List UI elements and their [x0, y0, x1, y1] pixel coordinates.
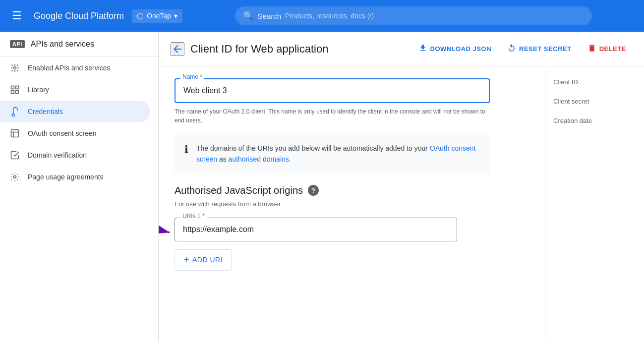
reset-secret-button[interactable]: RESET SECRET [501, 40, 578, 58]
search-placeholder: Products, resources, docs (/) [285, 12, 374, 20]
js-origins-subtitle: For use with requests from a browser [175, 200, 529, 208]
name-input[interactable] [175, 78, 490, 103]
right-panel: Client ID Client secret Creation date [545, 66, 644, 342]
js-origins-heading: Authorised JavaScript origins ? [175, 185, 529, 196]
main-area: Client ID for Web application DOWNLOAD J… [159, 32, 644, 342]
sidebar-item-page-usage[interactable]: Page usage agreements [0, 166, 150, 188]
download-json-button[interactable]: DOWNLOAD JSON [412, 40, 498, 58]
js-origins-help-icon[interactable]: ? [308, 185, 319, 196]
sidebar-item-credentials[interactable]: Credentials [0, 101, 150, 122]
info-text-middle: as [217, 155, 229, 163]
page-header: Client ID for Web application DOWNLOAD J… [159, 32, 644, 66]
uri-input[interactable] [175, 218, 457, 241]
client-id-label: Client ID [553, 78, 636, 86]
svg-rect-6 [11, 130, 19, 137]
project-name: OneTap [147, 12, 171, 20]
svg-rect-1 [11, 86, 14, 89]
delete-button[interactable]: DELETE [582, 40, 632, 58]
sidebar-item-label: Page usage agreements [28, 173, 104, 181]
svg-point-9 [14, 176, 16, 178]
delete-icon [587, 44, 596, 54]
reset-secret-label: RESET SECRET [519, 45, 572, 53]
uri-field-container: URIs 1 * [175, 218, 529, 241]
svg-rect-3 [11, 91, 14, 94]
authorised-domains-link[interactable]: authorised domains [229, 155, 289, 163]
name-label: Name * [180, 73, 204, 80]
name-hint: The name of your OAuth 2.0 client. This … [175, 107, 490, 125]
menu-icon[interactable]: ☰ [8, 5, 26, 26]
info-text-before: The domains of the URIs you add below wi… [196, 144, 430, 152]
sidebar-item-label: Library [28, 86, 49, 94]
sidebar-item-label: Credentials [28, 108, 63, 115]
download-json-label: DOWNLOAD JSON [430, 45, 492, 53]
layout: API APIs and services Enabled APIs and s… [0, 32, 644, 342]
add-uri-plus-icon: + [184, 255, 189, 265]
main-content: Name * The name of your OAuth 2.0 client… [159, 66, 545, 342]
content-area: Name * The name of your OAuth 2.0 client… [159, 66, 644, 342]
svg-point-0 [14, 67, 16, 69]
credentials-icon [10, 107, 20, 116]
name-field: Name * [175, 78, 529, 103]
back-button[interactable] [171, 42, 184, 56]
sidebar-header: API APIs and services [0, 32, 158, 57]
page-title: Client ID for Web application [190, 43, 407, 56]
project-dot-icon: ⬡ [137, 11, 144, 21]
logo-text: Google Cloud Platform [34, 11, 124, 21]
page-usage-icon [10, 172, 20, 182]
header-actions: DOWNLOAD JSON RESET SECRET DELETE [412, 40, 632, 58]
sidebar-item-library[interactable]: Library [0, 79, 150, 101]
sidebar-item-oauth-consent[interactable]: OAuth consent screen [0, 122, 150, 144]
sidebar-item-label: Domain verification [28, 151, 87, 159]
arrow-annotation [159, 223, 175, 247]
download-icon [418, 44, 427, 54]
library-icon [10, 85, 20, 95]
domain-verification-icon [10, 150, 20, 160]
client-secret-label: Client secret [553, 98, 636, 105]
sidebar-item-label: OAuth consent screen [28, 129, 97, 137]
search-bar[interactable]: 🔍 Search Products, resources, docs (/) [235, 6, 592, 25]
add-uri-label: ADD URI [192, 256, 223, 264]
project-selector[interactable]: ⬡ OneTap ▾ [132, 9, 182, 23]
creation-date-label: Creation date [553, 117, 636, 124]
sidebar-title: APIs and services [31, 40, 94, 49]
add-uri-button[interactable]: + ADD URI [175, 249, 232, 271]
uri-label: URIs 1 * [180, 213, 207, 220]
search-label: Search [258, 12, 282, 20]
sidebar-item-domain-verification[interactable]: Domain verification [0, 144, 150, 166]
info-text-after: . [289, 155, 291, 163]
oauth-consent-icon [10, 128, 20, 138]
api-badge: API [10, 40, 25, 48]
uri-field: URIs 1 * [175, 218, 457, 241]
info-box: ℹ The domains of the URIs you add below … [175, 135, 490, 173]
svg-rect-2 [16, 86, 19, 89]
search-icon: 🔍 [243, 10, 254, 21]
svg-rect-4 [16, 91, 19, 94]
js-origins-heading-text: Authorised JavaScript origins [175, 185, 303, 196]
topbar: ☰ Google Cloud Platform ⬡ OneTap ▾ 🔍 Sea… [0, 0, 644, 32]
sidebar: API APIs and services Enabled APIs and s… [0, 32, 159, 342]
info-icon: ℹ [184, 143, 188, 155]
project-chevron-icon: ▾ [174, 12, 177, 20]
svg-point-5 [12, 114, 14, 116]
delete-label: DELETE [599, 45, 626, 53]
enabled-apis-icon [10, 63, 20, 73]
sidebar-item-label: Enabled APIs and services [28, 64, 111, 72]
logo: Google Cloud Platform [34, 11, 124, 21]
info-text: The domains of the URIs you add below wi… [196, 143, 480, 165]
reset-icon [507, 44, 516, 54]
sidebar-item-enabled-apis[interactable]: Enabled APIs and services [0, 57, 150, 79]
